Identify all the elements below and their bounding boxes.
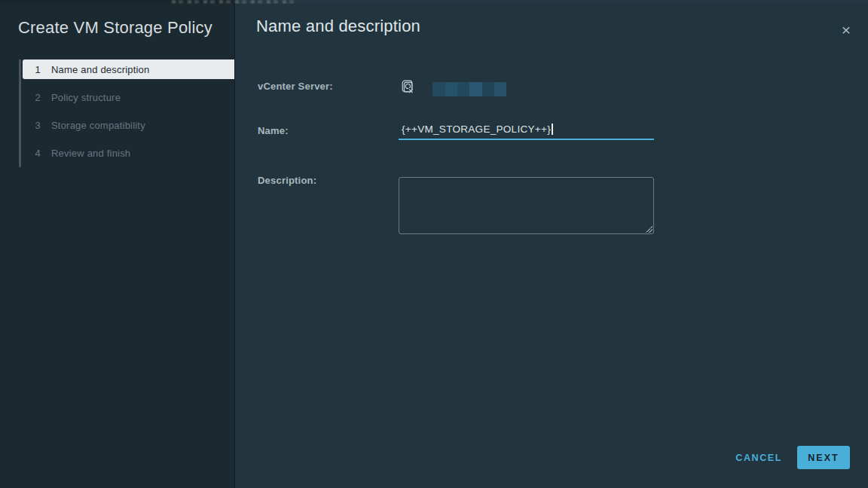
- vcenter-server-value-redacted: [432, 82, 506, 96]
- step-number: 2: [34, 92, 41, 103]
- name-input[interactable]: {++VM_STORAGE_POLICY++}: [399, 118, 654, 140]
- vcenter-server-icon: [400, 78, 417, 99]
- step-label: Policy structure: [51, 92, 121, 103]
- step-number: 4: [34, 148, 41, 159]
- step-number: 1: [34, 64, 41, 75]
- textarea-resize-handle[interactable]: [645, 225, 653, 233]
- name-input-value: {++VM_STORAGE_POLICY++}: [402, 124, 551, 135]
- text-caret: [552, 124, 553, 135]
- description-label: Description:: [258, 175, 316, 186]
- steps-list: 1 Name and description 2 Policy structur…: [23, 59, 234, 171]
- wizard-footer: CANCEL NEXT: [735, 446, 850, 469]
- wizard-title: Create VM Storage Policy: [18, 18, 212, 38]
- step-review-and-finish[interactable]: 4 Review and finish: [23, 143, 234, 163]
- vcenter-server-label: vCenter Server:: [258, 81, 333, 92]
- step-policy-structure[interactable]: 2 Policy structure: [23, 87, 234, 107]
- step-label: Review and finish: [51, 148, 130, 159]
- close-button[interactable]: ×: [836, 20, 856, 39]
- name-label: Name:: [258, 125, 289, 136]
- close-icon: ×: [842, 22, 851, 38]
- description-textarea[interactable]: [399, 177, 654, 234]
- next-button[interactable]: NEXT: [797, 446, 850, 469]
- step-label: Name and description: [51, 64, 149, 75]
- wizard-main-panel: Name and description × vCenter Server: N…: [235, 4, 868, 488]
- steps-track: [19, 59, 21, 167]
- step-label: Storage compatibility: [51, 120, 145, 131]
- step-number: 3: [34, 120, 41, 131]
- step-name-and-description[interactable]: 1 Name and description: [23, 59, 234, 79]
- wizard-sidebar: Create VM Storage Policy 1 Name and desc…: [0, 4, 235, 488]
- page-title: Name and description: [256, 17, 420, 36]
- step-storage-compatibility[interactable]: 3 Storage compatibility: [23, 115, 234, 135]
- cancel-button[interactable]: CANCEL: [735, 453, 782, 463]
